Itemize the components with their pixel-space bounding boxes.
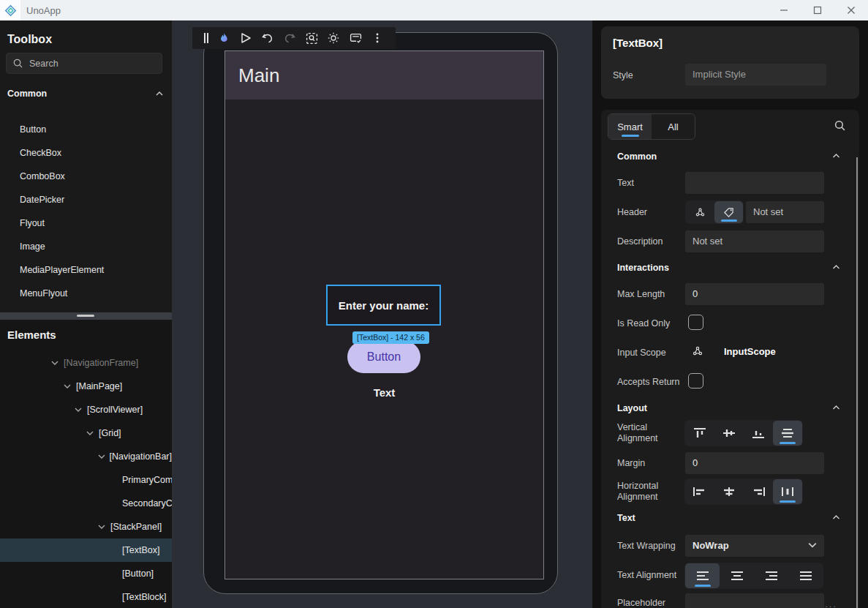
toolbox-item-passwordbox[interactable]: PasswordBox xyxy=(0,305,172,312)
text-alignment-toggle xyxy=(684,563,823,589)
text-wrapping-dropdown[interactable]: NoWrap xyxy=(685,535,824,557)
toolbox-search-input[interactable] xyxy=(29,59,156,69)
chevron-up-icon[interactable] xyxy=(156,90,163,97)
margin-input[interactable]: 0 xyxy=(685,452,824,474)
maximize-button[interactable] xyxy=(801,0,834,20)
close-button[interactable] xyxy=(834,0,868,20)
header-label: Header xyxy=(617,207,683,218)
placeholder-label: Placeholder xyxy=(617,598,683,608)
header-mode-toggle xyxy=(685,200,744,224)
accepts-return-checkbox[interactable] xyxy=(688,373,703,389)
elements-title: Elements xyxy=(7,329,56,341)
align-hstretch-icon[interactable] xyxy=(773,479,802,504)
tree-item-scrollviewer[interactable]: [ScrollViewer] xyxy=(0,398,172,421)
chevron-down-icon[interactable] xyxy=(75,406,87,413)
align-hcenter-icon[interactable] xyxy=(714,479,744,504)
selected-textbox[interactable]: Enter your name: xyxy=(326,285,441,326)
toolbox-item-button[interactable]: Button xyxy=(0,118,172,141)
element-inspect-icon[interactable] xyxy=(301,27,322,49)
property-tabs: Smart All xyxy=(608,113,695,140)
form-factor-icon[interactable] xyxy=(344,27,366,49)
chevron-down-icon[interactable] xyxy=(98,523,110,530)
chevron-down-icon[interactable] xyxy=(64,383,76,390)
text-align-left-icon[interactable] xyxy=(685,563,720,588)
align-top-icon[interactable] xyxy=(685,421,714,446)
toolbox-item-checkbox[interactable]: CheckBox xyxy=(0,141,172,165)
play-icon[interactable] xyxy=(235,27,257,49)
tab-all[interactable]: All xyxy=(652,114,695,139)
tab-smart[interactable]: Smart xyxy=(608,114,652,139)
align-vstretch-icon[interactable] xyxy=(773,421,802,446)
binding-options-dots[interactable]: ... xyxy=(825,598,837,608)
align-bottom-icon[interactable] xyxy=(744,421,773,446)
is-read-only-checkbox[interactable] xyxy=(688,315,703,330)
placeholder-input[interactable] xyxy=(685,593,824,608)
header-value-field[interactable]: Not set xyxy=(746,201,824,223)
app-title: UnoApp xyxy=(26,5,61,16)
align-left-icon[interactable] xyxy=(685,479,714,504)
design-textblock[interactable]: Text xyxy=(225,386,543,399)
toolbox-item-mediaplayerelement[interactable]: MediaPlayerElement xyxy=(0,258,172,282)
theme-sun-icon[interactable] xyxy=(322,27,344,49)
scrollbar-handle[interactable] xyxy=(77,315,94,317)
toolbox-item-combobox[interactable]: ComboBox xyxy=(0,165,172,188)
toolbox-section-common[interactable]: Common xyxy=(7,89,163,99)
drag-handle-icon[interactable] xyxy=(200,27,213,49)
minimize-button[interactable] xyxy=(767,0,801,20)
navigation-bar[interactable]: Main xyxy=(225,51,543,100)
text-align-right-icon[interactable] xyxy=(754,563,788,588)
hot-reload-flame-icon[interactable] xyxy=(213,27,235,49)
horizontal-alignment-label: Horizontal Alignment xyxy=(617,481,683,503)
binding-icon[interactable] xyxy=(686,201,714,223)
tree-item-navigationframe[interactable]: [NavigationFrame] xyxy=(0,351,172,375)
align-vcenter-icon[interactable] xyxy=(714,421,744,446)
toolbox-item-datepicker[interactable]: DatePicker xyxy=(0,188,172,211)
tree-item-stackpanel[interactable]: [StackPanel] xyxy=(0,515,172,538)
undo-icon[interactable] xyxy=(257,27,279,49)
section-layout-title: Layout xyxy=(617,403,647,413)
text-input[interactable] xyxy=(685,172,824,194)
tree-item-navigationbar[interactable]: [NavigationBar] xyxy=(0,445,172,468)
tree-item-secondarycommands[interactable]: SecondaryCommands xyxy=(0,492,172,515)
inspector-scrollbar[interactable] xyxy=(856,157,858,608)
tree-item-mainpage[interactable]: [MainPage] xyxy=(0,375,172,398)
tree-item-textbox-selected[interactable]: [TextBox] xyxy=(0,538,172,562)
chevron-down-icon[interactable] xyxy=(86,429,99,437)
chevron-up-icon[interactable] xyxy=(832,404,840,411)
chevron-up-icon[interactable] xyxy=(832,263,840,271)
chevron-down-icon[interactable] xyxy=(98,453,110,460)
redo-icon[interactable] xyxy=(279,27,301,49)
design-button-label: Button xyxy=(367,350,401,364)
device-screen[interactable]: Main Enter your name: [TextBox] - 142 x … xyxy=(224,50,544,579)
align-right-icon[interactable] xyxy=(744,479,773,504)
toolbox-item-image[interactable]: Image xyxy=(0,235,172,258)
text-align-center-icon[interactable] xyxy=(720,563,754,588)
more-menu-icon[interactable] xyxy=(366,27,388,49)
elements-panel: Elements [NavigationFrame] [MainPage] [S… xyxy=(0,320,172,608)
chevron-down-icon[interactable] xyxy=(51,359,64,367)
tree-item-textblock[interactable]: [TextBlock] xyxy=(0,585,172,608)
toolbox-item-flyout[interactable]: Flyout xyxy=(0,211,172,235)
left-panel: Toolbox Common Button CheckBox ComboBox … xyxy=(0,20,172,608)
tag-icon[interactable] xyxy=(714,201,743,223)
tree-item-primarycommands[interactable]: PrimaryCommands xyxy=(0,468,172,492)
search-icon[interactable] xyxy=(834,119,846,132)
chevron-up-icon[interactable] xyxy=(832,152,840,159)
text-align-justify-icon[interactable] xyxy=(788,563,823,588)
toolbox-search-box[interactable] xyxy=(6,53,162,74)
selected-element-card: [TextBox] Style Implicit Style xyxy=(601,26,859,99)
style-value-field[interactable]: Implicit Style xyxy=(685,64,826,86)
horizontal-alignment-toggle xyxy=(684,478,803,505)
design-button[interactable]: Button xyxy=(347,341,420,373)
toolbox-item-menuflyout[interactable]: MenuFlyout xyxy=(0,282,172,305)
tree-item-button[interactable]: [Button] xyxy=(0,562,172,585)
toolbox-panel: Toolbox Common Button CheckBox ComboBox … xyxy=(0,20,172,312)
input-scope-value[interactable]: InputScope xyxy=(724,346,776,357)
chevron-up-icon[interactable] xyxy=(832,514,840,521)
max-length-input[interactable]: 0 xyxy=(685,283,824,305)
binding-icon[interactable] xyxy=(692,345,703,357)
description-value-field[interactable]: Not set xyxy=(685,230,824,252)
toolbox-scrollbar[interactable] xyxy=(0,312,172,320)
style-label: Style xyxy=(613,70,633,80)
tree-item-grid[interactable]: [Grid] xyxy=(0,421,172,445)
